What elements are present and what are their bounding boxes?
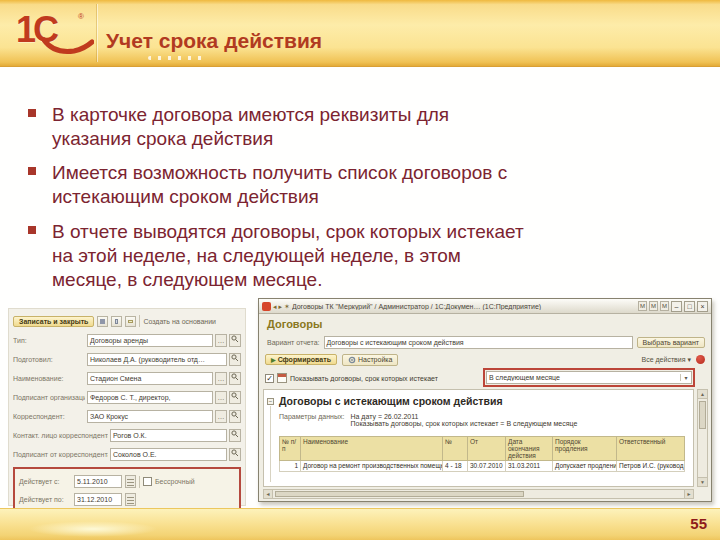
prepared-by-field-input[interactable]: Николаев Д.А. (руководитель отд… [87, 353, 227, 366]
col-end-date: Дата окончания действия [506, 437, 553, 461]
scroll-up-icon[interactable]: ▲ [698, 390, 707, 399]
window-titlebar[interactable]: ◂ ▸ ✶ Договоры ТК "Меркурий" / Администр… [259, 299, 711, 314]
cell-from-date: 30.07.2010 [468, 461, 506, 471]
date-picker-icon[interactable] [125, 475, 136, 488]
back-icon[interactable]: ◂ [273, 302, 277, 311]
save-icon[interactable] [97, 316, 108, 327]
minimize-button[interactable]: – [671, 301, 682, 312]
all-actions-button[interactable]: Все действия ▾ [642, 356, 691, 364]
validity-separator [139, 476, 140, 488]
forward-icon[interactable]: ▸ [279, 302, 283, 311]
vertical-scroll-thumb[interactable] [699, 401, 706, 429]
scroll-right-icon[interactable]: ► [684, 490, 693, 498]
main-menu-button-3[interactable]: М [660, 301, 669, 311]
registered-mark: ® [78, 12, 84, 21]
main-menu-button-2[interactable]: М [649, 301, 658, 311]
valid-from-row: Действует с: 5.11.2010 Бессрочный [19, 474, 235, 489]
calendar-icon [277, 373, 287, 383]
slide-footer: 55 [0, 508, 720, 540]
magnifier-icon [231, 373, 239, 381]
save-and-close-button[interactable]: Записать и закрыть [13, 316, 94, 327]
valid-from-input[interactable]: 5.11.2010 [74, 475, 122, 488]
signer-org-magnifier-button[interactable] [229, 391, 241, 404]
cell-prolongation: Допускает продление [553, 461, 617, 471]
close-button[interactable]: × [697, 301, 708, 312]
termless-label: Бессрочный [155, 478, 195, 485]
magnifier-icon [231, 449, 239, 457]
report-parameters: Параметры данных: На дату = 26.02.2011 П… [279, 413, 577, 427]
1c-app-icon [262, 302, 271, 311]
correspondent-field-label: Корреспондент: [13, 413, 85, 420]
col-doc-number: № [443, 437, 468, 461]
type-magnifier-button[interactable] [229, 334, 241, 347]
horizontal-scrollbar[interactable]: ◄ ► [263, 489, 694, 499]
report-help-icon[interactable] [696, 355, 705, 364]
bullet-item-3: В отчете выводятся договоры, срок которы… [28, 220, 524, 292]
signer-org-field-input[interactable]: Федоров С. Т., директор, [87, 391, 213, 404]
bullet-text-1: В карточке договора имеются реквизиты дл… [52, 103, 484, 151]
name-magnifier-button[interactable] [229, 372, 241, 385]
col-prolongation: Порядок продления [553, 437, 617, 461]
report-title: Договоры с истекающим сроком действия [279, 395, 503, 407]
contact-person-field-input[interactable]: Рогов О.К. [110, 429, 227, 442]
name-ellipsis-button[interactable]: … [215, 372, 227, 385]
field-row-prepared-by: Подготовил: Николаев Д.А. (руководитель … [13, 352, 241, 367]
parameter-line-2: Показывать договоры, срок которых истека… [350, 420, 577, 427]
generate-button[interactable]: ▶ Сформировать [265, 354, 337, 365]
bullet-marker [28, 167, 36, 175]
horizontal-scroll-thumb[interactable] [275, 491, 524, 497]
1c-logo: 1С ® [16, 6, 94, 58]
cell-responsible: Петров И.С. (руковод… [617, 461, 685, 471]
signer-correspondent-magnifier-button[interactable] [229, 448, 241, 461]
main-menu-button-1[interactable]: М [638, 301, 647, 311]
period-combobox[interactable]: В следующем месяце ▾ [486, 371, 692, 384]
vertical-scrollbar[interactable]: ▲ ▼ [697, 389, 708, 487]
slide-header: 1С ® Учет срока действия [0, 0, 720, 67]
maximize-button[interactable]: □ [684, 301, 695, 312]
gear-icon [348, 356, 356, 364]
type-ellipsis-button[interactable]: … [215, 334, 227, 347]
toolbar-separator [139, 315, 140, 327]
filter-label: Показывать договоры, срок которых истека… [290, 375, 438, 382]
signer-correspondent-field-input[interactable]: Соколов О.Е. [110, 448, 227, 461]
correspondent-ellipsis-button[interactable]: … [215, 410, 227, 423]
date-picker-icon[interactable] [125, 493, 136, 506]
bullet-marker [28, 226, 36, 234]
field-row-contact-person: Контакт. лицо корреспондента: Рогов О.К. [13, 428, 241, 443]
variant-input[interactable]: Договоры с истекающим сроком действия [324, 336, 633, 349]
correspondent-magnifier-button[interactable] [229, 410, 241, 423]
mail-icon[interactable] [125, 316, 136, 327]
slide-title: Учет срока действия [106, 29, 322, 53]
chevron-down-icon[interactable]: ▾ [680, 374, 691, 381]
window-title: Договоры ТК "Меркурий" / Администратор /… [292, 303, 636, 310]
correspondent-field-input[interactable]: ЗАО Крокус [87, 410, 213, 423]
choose-variant-button[interactable]: Выбрать вариант [637, 337, 705, 348]
contact-person-magnifier-button[interactable] [229, 429, 241, 442]
valid-to-input[interactable]: 31.12.2010 [74, 493, 122, 506]
scroll-left-icon[interactable]: ◄ [264, 490, 273, 498]
period-combobox-value: В следующем месяце [487, 374, 680, 381]
collapse-group-icon[interactable]: − [267, 398, 274, 405]
header-divider [97, 4, 98, 62]
scroll-down-icon[interactable]: ▼ [698, 477, 707, 486]
bullet-item-1: В карточке договора имеются реквизиты дл… [28, 103, 484, 151]
prepared-by-magnifier-button[interactable] [229, 353, 241, 366]
name-field-input[interactable]: Стадион Смена [87, 372, 213, 385]
create-based-on-button[interactable]: Создать на основании [143, 318, 216, 325]
bullet-marker [28, 109, 36, 117]
variant-row: Вариант отчета: Договоры с истекающим ср… [267, 335, 705, 349]
settings-button[interactable]: Настройка [342, 354, 398, 366]
table-row[interactable]: 1 Договор на ремонт производственных пом… [280, 461, 685, 471]
signer-correspondent-field-label: Подписант от корреспондента: [13, 451, 108, 458]
valid-to-row: Действует по: 31.12.2010 [19, 492, 235, 507]
filter-checkbox[interactable]: ✓ [265, 374, 274, 383]
termless-checkbox[interactable] [143, 477, 152, 486]
signer-org-ellipsis-button[interactable]: … [215, 391, 227, 404]
favorites-star-icon[interactable]: ✶ [284, 302, 290, 311]
field-row-name: Наименование: Стадион Смена … [13, 371, 241, 386]
parameter-line-1: На дату = 26.02.2011 [350, 413, 577, 420]
type-field-input[interactable]: Договоры аренды [87, 334, 213, 347]
parameters-values: На дату = 26.02.2011 Показывать договоры… [350, 413, 577, 427]
copy-icon[interactable] [111, 316, 122, 327]
magnifier-icon [231, 392, 239, 400]
